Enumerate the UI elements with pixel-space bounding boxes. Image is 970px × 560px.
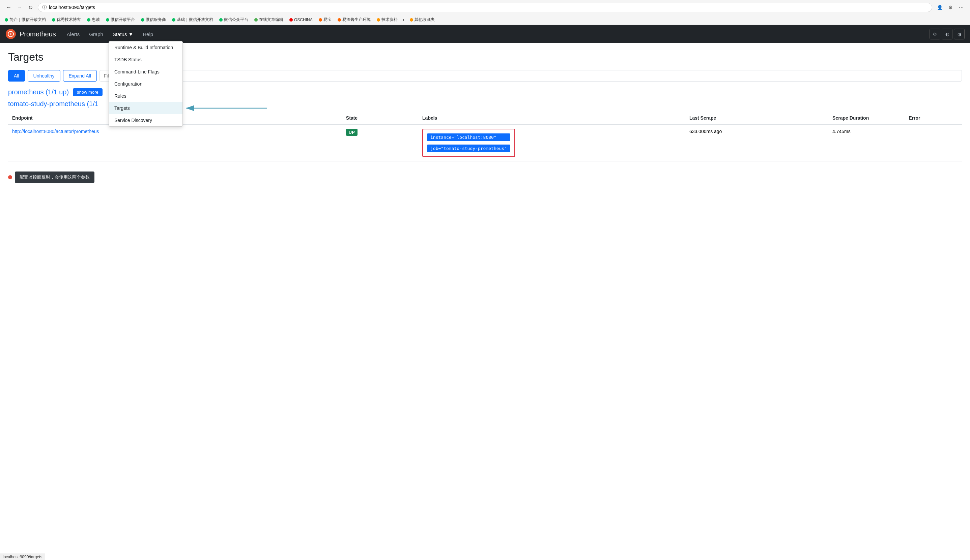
bookmark-label: 基础｜微信开放文档	[177, 17, 213, 23]
bookmark-jichu[interactable]: 基础｜微信开放文档	[170, 16, 215, 23]
bookmark-label: 简介｜微信开放文档	[10, 17, 46, 23]
tooltip-text: 配置监控面板时，会使用这两个参数	[20, 175, 90, 180]
bookmark-label: 其他收藏夹	[415, 17, 435, 23]
reload-button[interactable]: ↻	[26, 3, 35, 12]
info-icon: ⓘ	[42, 4, 47, 10]
prometheus-navbar: Prometheus Alerts Graph Status ▼ Runtime…	[0, 25, 970, 43]
bookmark-dot	[289, 18, 293, 22]
bookmark-jishu[interactable]: 技术资料	[375, 16, 400, 23]
show-more-button[interactable]: show more	[73, 88, 102, 96]
extensions-icon[interactable]: ⚙	[946, 3, 955, 12]
bookmark-dot	[5, 18, 8, 22]
bookmark-label: 优秀技术博客	[57, 17, 81, 23]
bookmark-dot	[338, 18, 341, 22]
dropdown-item-tsdb[interactable]: TSDB Status	[109, 53, 182, 66]
svg-point-2	[10, 33, 12, 35]
table-cell-scrape-duration: 4.745ms	[828, 124, 905, 162]
labels-box: instance="localhost:8080" job="tomato-st…	[422, 129, 515, 157]
forward-button[interactable]: →	[15, 3, 24, 12]
status-dropdown-menu: Runtime & Build Information TSDB Status …	[109, 41, 183, 127]
bookmark-dot	[219, 18, 222, 22]
bookmark-dot	[319, 18, 322, 22]
dropdown-item-rules[interactable]: Rules	[109, 90, 182, 102]
bookmark-oschina[interactable]: OSCHINA	[288, 17, 315, 23]
bookmark-yijiujiang[interactable]: 易酒酱生产环境	[336, 16, 373, 23]
dropdown-caret-icon: ▼	[128, 31, 133, 37]
bookmark-dot	[410, 18, 413, 22]
bookmark-online-editor[interactable]: 在线文章编辑	[252, 16, 285, 23]
browser-nav-buttons: ← → ↻	[4, 3, 35, 12]
col-header-last-scrape: Last Scrape	[685, 112, 828, 124]
filter-expand-all-button[interactable]: Expand All	[63, 70, 97, 82]
bookmark-other[interactable]: 其他收藏夹	[408, 16, 437, 23]
nav-link-graph[interactable]: Graph	[85, 28, 107, 40]
col-header-labels: Labels	[418, 112, 685, 124]
filter-all-button[interactable]: All	[8, 70, 25, 82]
bookmark-dot	[254, 18, 258, 22]
nav-link-help[interactable]: Help	[139, 28, 157, 40]
dropdown-item-runtime[interactable]: Runtime & Build Information	[109, 42, 182, 53]
bookmark-yibao[interactable]: 易宝	[317, 16, 334, 23]
bookmarks-more[interactable]: ›	[402, 17, 406, 23]
prometheus-brand-label: Prometheus	[20, 30, 56, 38]
bookmark-jianjie[interactable]: 简介｜微信开放文档	[3, 16, 48, 23]
filter-unhealthy-button[interactable]: Unhealthy	[28, 70, 60, 82]
dropdown-item-configuration[interactable]: Configuration	[109, 78, 182, 90]
bookmark-label: 在线文章编辑	[259, 17, 283, 23]
table-cell-labels: instance="localhost:8080" job="tomato-st…	[418, 124, 685, 162]
table-cell-error	[905, 124, 962, 162]
tooltip-container: 配置监控面板时，会使用这两个参数	[8, 172, 962, 183]
back-button[interactable]: ←	[4, 3, 13, 12]
targets-table-body: http://localhost:8080/actuator/prometheu…	[8, 124, 962, 162]
col-header-scrape-duration: Scrape Duration	[828, 112, 905, 124]
bookmark-label: 技术资料	[381, 17, 398, 23]
bookmark-youxiu[interactable]: 优秀技术博客	[50, 16, 83, 23]
endpoint-link[interactable]: http://localhost:8080/actuator/prometheu…	[12, 129, 99, 134]
bookmark-label: 微信开放平台	[110, 17, 135, 23]
labels-list: instance="localhost:8080" job="tomato-st…	[427, 133, 510, 152]
table-cell-endpoint: http://localhost:8080/actuator/prometheu…	[8, 124, 342, 162]
profile-icon[interactable]: 👤	[935, 3, 944, 12]
target-group-tomato-link[interactable]: tomato-study-prometheus (1/1	[8, 100, 99, 108]
tooltip-box: 配置监控面板时，会使用这两个参数	[15, 172, 94, 183]
prometheus-logo-icon	[5, 28, 16, 39]
bookmark-dot	[141, 18, 144, 22]
address-bar[interactable]	[49, 5, 928, 10]
bookmark-label: 易宝	[323, 17, 331, 23]
bookmarks-bar: 简介｜微信开放文档 优秀技术博客 忠诚 微信开放平台 微信服务商 基础｜微信开放…	[0, 15, 970, 25]
target-group-prometheus-link[interactable]: prometheus (1/1 up)	[8, 88, 69, 96]
dropdown-item-targets[interactable]: Targets	[109, 102, 182, 114]
dark-mode-button[interactable]: ◐	[942, 28, 952, 39]
bookmark-label: 微信服务商	[146, 17, 166, 23]
bookmark-zhongcheng[interactable]: 忠诚	[85, 16, 102, 23]
nav-link-alerts[interactable]: Alerts	[63, 28, 84, 40]
prom-nav-links: Alerts Graph Status ▼ Runtime & Build In…	[63, 28, 157, 40]
bookmark-label: 易酒酱生产环境	[342, 17, 371, 23]
settings-button[interactable]: ⚙	[930, 28, 940, 39]
tooltip-dot	[8, 175, 12, 179]
contrast-button[interactable]: ◑	[954, 28, 965, 39]
browser-actions: 👤 ⚙ ⋯	[935, 3, 966, 12]
bookmark-label: OSCHINA	[294, 18, 313, 22]
status-label: Status	[113, 31, 127, 37]
filter-input[interactable]	[99, 70, 962, 82]
table-cell-last-scrape: 633.000ms ago	[685, 124, 828, 162]
col-header-state: State	[342, 112, 418, 124]
targets-label: Targets	[114, 105, 130, 111]
nav-dropdown-status: Status ▼ Runtime & Build Information TSD…	[109, 28, 137, 40]
dropdown-item-service-discovery[interactable]: Service Discovery	[109, 114, 182, 127]
more-icon[interactable]: ⋯	[957, 3, 966, 12]
bookmark-weixin-open[interactable]: 微信开放平台	[104, 16, 137, 23]
bookmark-weixin-public[interactable]: 微信公众平台	[217, 16, 250, 23]
prometheus-logo[interactable]: Prometheus	[5, 28, 56, 39]
status-dropdown-toggle[interactable]: Status ▼	[109, 28, 137, 40]
navbar-right: ⚙ ◐ ◑	[930, 28, 965, 39]
dropdown-item-flags[interactable]: Command-Line Flags	[109, 66, 182, 78]
address-bar-container[interactable]: ⓘ	[38, 3, 932, 12]
table-cell-state: UP	[342, 124, 418, 162]
bookmark-weixin-service[interactable]: 微信服务商	[139, 16, 168, 23]
bookmark-dot	[172, 18, 176, 22]
bookmark-dot	[87, 18, 90, 22]
bookmark-dot	[377, 18, 380, 22]
browser-chrome: ← → ↻ ⓘ 👤 ⚙ ⋯ 简介｜微信开放文档 优秀技术博客 忠诚 微信开	[0, 0, 970, 25]
